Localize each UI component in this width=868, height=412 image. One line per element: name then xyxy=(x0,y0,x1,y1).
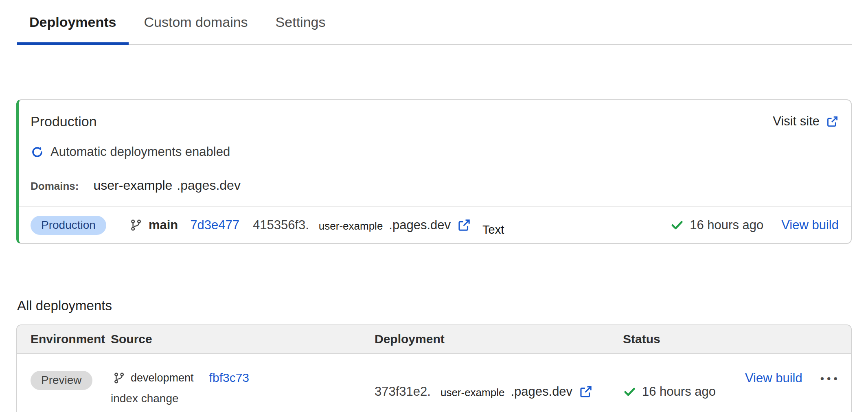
all-deployments-heading: All deployments xyxy=(17,299,868,312)
open-deployment-link-icon[interactable] xyxy=(579,385,593,399)
commit-hash-link[interactable]: 7d3e477 xyxy=(190,218,239,232)
production-card: Production Visit site Automa xyxy=(16,99,852,244)
column-header-environment: Environment xyxy=(31,332,111,346)
source-cell: development fbf3c73 index change xyxy=(111,371,375,412)
column-header-source: Source xyxy=(111,332,375,346)
status-cell: 16 hours ago xyxy=(623,371,745,412)
column-header-status: Status xyxy=(623,332,745,346)
production-deployment-row: Production main 7d3e477 415356f3. user-e… xyxy=(19,207,851,243)
environment-cell: Preview xyxy=(31,371,111,412)
note-label: Text xyxy=(482,223,504,237)
refresh-icon xyxy=(31,145,44,159)
tab-bar: Deployments Custom domains Settings xyxy=(17,0,852,45)
column-header-deployment: Deployment xyxy=(375,332,623,346)
table-row: Preview development fbf3c73 xyxy=(17,354,851,412)
git-branch-icon xyxy=(130,219,142,231)
production-deployment-status: 16 hours ago View build xyxy=(670,218,839,232)
view-build-link[interactable]: View build xyxy=(781,218,839,232)
actions-cell: View build ••• xyxy=(745,371,851,412)
domain-host: user-example xyxy=(93,178,172,193)
commit-message: index change xyxy=(111,392,375,405)
branch-name: main xyxy=(149,218,178,232)
external-link-icon xyxy=(826,115,839,128)
deployment-id: 415356f3. xyxy=(253,218,309,232)
success-check-icon xyxy=(623,385,636,399)
success-check-icon xyxy=(670,218,684,232)
more-options-button[interactable]: ••• xyxy=(820,371,840,386)
deployment-time: 16 hours ago xyxy=(642,384,716,399)
environment-badge: Production xyxy=(31,216,106,235)
production-card-header: Production Visit site xyxy=(19,100,851,129)
tab-settings[interactable]: Settings xyxy=(263,0,338,45)
environment-badge: Preview xyxy=(31,371,92,390)
branch-name: development xyxy=(131,372,194,384)
commit-hash-link[interactable]: fbf3c73 xyxy=(209,371,249,385)
auto-deployments-text: Automatic deployments enabled xyxy=(50,145,230,159)
deployment-time: 16 hours ago xyxy=(690,218,763,232)
pages-project-view: Deployments Custom domains Settings Prod… xyxy=(0,0,868,412)
git-branch-icon xyxy=(113,372,125,384)
deployment-suffix: .pages.dev xyxy=(511,384,572,399)
deployment-cell: 373f31e2. user-example .pages.dev xyxy=(375,371,623,412)
domain-suffix: .pages.dev xyxy=(177,178,241,193)
visit-site-link[interactable]: Visit site xyxy=(773,114,839,129)
open-deployment-link-icon[interactable] xyxy=(457,218,471,232)
tab-deployments[interactable]: Deployments xyxy=(17,0,129,45)
production-deployment-details: Production main 7d3e477 415356f3. user-e… xyxy=(31,214,504,237)
deployment-suffix: .pages.dev xyxy=(389,218,451,232)
table-header-row: Environment Source Deployment Status xyxy=(17,325,851,354)
visit-site-label: Visit site xyxy=(773,114,820,129)
auto-deployments-status: Automatic deployments enabled xyxy=(19,145,851,159)
deployment-host: user-example xyxy=(319,220,383,232)
view-build-link[interactable]: View build xyxy=(745,371,802,386)
deployment-host: user-example xyxy=(441,386,505,399)
deployment-id: 373f31e2. xyxy=(375,384,431,399)
domains-label: Domains: xyxy=(31,180,79,193)
domains-row: Domains: user-example .pages.dev xyxy=(19,178,851,193)
production-card-title: Production xyxy=(31,114,97,128)
tab-custom-domains[interactable]: Custom domains xyxy=(132,0,260,45)
deployments-table: Environment Source Deployment Status Pre… xyxy=(16,324,852,412)
